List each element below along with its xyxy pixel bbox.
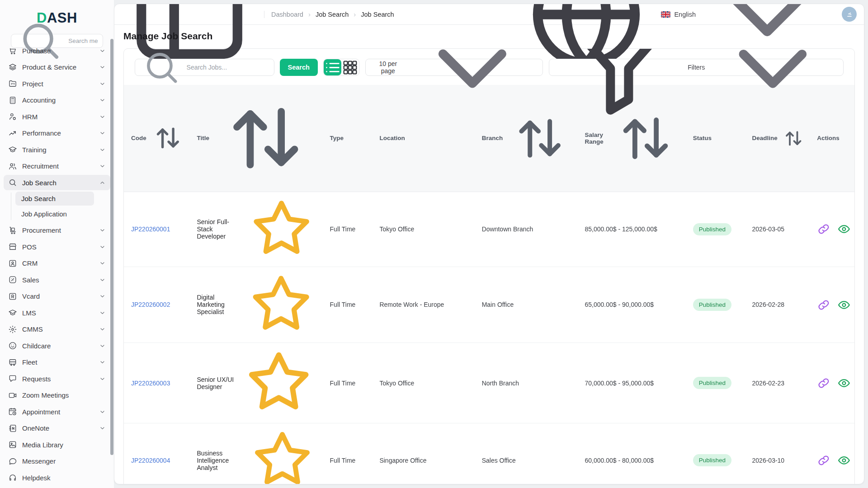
chevron-down-icon — [99, 48, 106, 54]
sidebar-item-childcare[interactable]: Childcare — [4, 338, 110, 353]
sidebar-item-recruitment[interactable]: Recruitment — [4, 159, 110, 174]
sidebar-item-item[interactable] — [4, 487, 110, 488]
page-content: Manage Job Search Search 10 per — [114, 25, 864, 484]
sidebar-item-sales[interactable]: Sales — [4, 272, 110, 287]
breadcrumb-item-dashboard[interactable]: Dashboard — [271, 11, 303, 18]
sidebar-item-job-search[interactable]: Job Search — [4, 175, 110, 190]
sidebar-item-vcard[interactable]: Vcard — [4, 289, 110, 304]
header-divider — [264, 11, 264, 18]
job-code-link[interactable]: JP220260003 — [131, 380, 170, 387]
layers-icon — [8, 63, 17, 72]
sidebar-item-label: OneNote — [22, 424, 94, 432]
sidebar-item-fleet[interactable]: Fleet — [4, 355, 110, 370]
copy-link-icon[interactable] — [817, 298, 830, 312]
sidebar-item-label: Helpdesk — [22, 474, 106, 482]
job-type: Full Time — [323, 423, 373, 484]
breadcrumb-separator: › — [354, 10, 356, 18]
view-icon[interactable] — [837, 222, 851, 236]
sidebar-item-helpdesk[interactable]: Helpdesk — [4, 470, 110, 485]
sidebar-item-label: Sales — [22, 276, 94, 284]
main-panel: Dashboard›Job Search›Job Search English … — [114, 4, 864, 484]
chevron-down-icon — [99, 408, 106, 415]
chevron-down-icon — [99, 425, 106, 432]
sidebar-item-appointment[interactable]: Appointment — [4, 404, 110, 419]
sidebar-item-media-library[interactable]: Media Library — [4, 437, 110, 452]
sort-arrows-icon[interactable] — [150, 120, 186, 156]
jobs-search-input[interactable] — [187, 64, 269, 71]
sort-arrows-icon[interactable] — [609, 102, 682, 175]
chevron-down-icon — [99, 97, 106, 103]
sidebar-scrollbar[interactable] — [110, 39, 113, 455]
filters-button[interactable]: Filters — [549, 59, 844, 76]
per-page-label: 10 per page — [372, 60, 404, 75]
job-location: Singapore Office — [372, 423, 474, 484]
status-badge: Published — [693, 454, 731, 466]
breadcrumb-item-job-search[interactable]: Job Search — [316, 11, 349, 18]
sidebar-item-hrm[interactable]: HRM — [4, 109, 110, 124]
sidebar-item-label: Childcare — [22, 342, 94, 350]
column-header-title[interactable]: Title — [189, 85, 322, 192]
copy-link-icon[interactable] — [817, 376, 830, 390]
status-badge: Published — [693, 223, 731, 235]
job-code-link[interactable]: JP220260004 — [131, 457, 170, 464]
copy-link-icon[interactable] — [817, 222, 830, 236]
search-icon — [8, 178, 17, 187]
sort-arrows-icon[interactable] — [212, 85, 319, 192]
sidebar-item-project[interactable]: Project — [4, 76, 110, 91]
sidebar-item-purchase[interactable]: Purchase — [4, 48, 110, 58]
sidebar-item-onenote[interactable]: OneNote — [4, 421, 110, 436]
sidebar-item-label: CMMS — [22, 325, 94, 333]
sidebar-item-pos[interactable]: POS — [4, 239, 110, 254]
sidebar-item-performance[interactable]: Performance — [4, 126, 110, 141]
chevron-down-icon — [99, 113, 106, 120]
per-page-select[interactable]: 10 per page — [365, 59, 543, 76]
sidebar-item-label: Appointment — [22, 408, 94, 416]
sidebar-item-label: POS — [22, 243, 94, 251]
calendar-clock-icon — [8, 407, 17, 416]
column-header-code[interactable]: Code — [124, 85, 189, 192]
cart-icon — [8, 48, 17, 55]
view-icon[interactable] — [837, 376, 851, 390]
search-button[interactable]: Search — [280, 59, 318, 76]
chevron-up-icon — [99, 179, 106, 186]
star-icon[interactable] — [243, 267, 319, 343]
view-icon[interactable] — [837, 454, 851, 467]
sidebar-subitem-job-search[interactable]: Job Search — [15, 192, 94, 206]
job-title: Business Intelligence Analyst — [197, 450, 241, 471]
job-code-link[interactable]: JP220260001 — [131, 225, 170, 233]
avatar[interactable] — [842, 7, 857, 22]
breadcrumb-item-job-search[interactable]: Job Search — [361, 11, 394, 18]
store-icon — [8, 242, 17, 251]
sidebar-item-product-service[interactable]: Product & Service — [4, 60, 110, 75]
sidebar: DASH PurchaseProduct & ServiceProjectAcc… — [0, 0, 114, 488]
sort-arrows-icon[interactable] — [506, 104, 574, 172]
sidebar-item-messenger[interactable]: Messenger — [4, 454, 110, 469]
sort-arrows-icon[interactable] — [781, 126, 807, 151]
view-icon[interactable] — [837, 298, 851, 312]
table-row: JP220260003Senior UX/UI DesignerFull Tim… — [124, 343, 854, 423]
star-icon[interactable] — [239, 343, 319, 423]
star-icon[interactable] — [244, 192, 319, 267]
sidebar-item-lms[interactable]: LMS — [4, 305, 110, 320]
job-code-link[interactable]: JP220260002 — [131, 301, 170, 308]
sidebar-item-zoom-meetings[interactable]: Zoom Meetings — [4, 388, 110, 403]
sidebar-item-training[interactable]: Training — [4, 142, 110, 157]
job-location: Remote Work - Europe — [372, 267, 474, 343]
sidebar-item-procurement[interactable]: Procurement — [4, 223, 110, 238]
grid-view-button[interactable] — [341, 59, 359, 75]
list-view-button[interactable] — [324, 59, 341, 75]
copy-link-icon[interactable] — [817, 454, 830, 467]
sidebar-search-input[interactable] — [68, 38, 98, 44]
job-location: Tokyo Office — [372, 343, 474, 423]
star-icon[interactable] — [245, 423, 319, 484]
job-type: Full Time — [323, 192, 373, 267]
sidebar-item-requests[interactable]: Requests — [4, 371, 110, 386]
sidebar-subitem-job-application[interactable]: Job Application — [15, 207, 94, 221]
job-salary: 85,000.00$ - 125,000.00$ — [578, 192, 686, 267]
status-badge: Published — [693, 299, 731, 311]
sidebar-item-cmms[interactable]: CMMS — [4, 322, 110, 337]
sidebar-item-crm[interactable]: CRM — [4, 256, 110, 271]
sidebar-item-accounting[interactable]: Accounting — [4, 93, 110, 108]
chevron-down-icon — [99, 260, 106, 267]
jobs-card: Search 10 per page Filters — [123, 48, 855, 484]
